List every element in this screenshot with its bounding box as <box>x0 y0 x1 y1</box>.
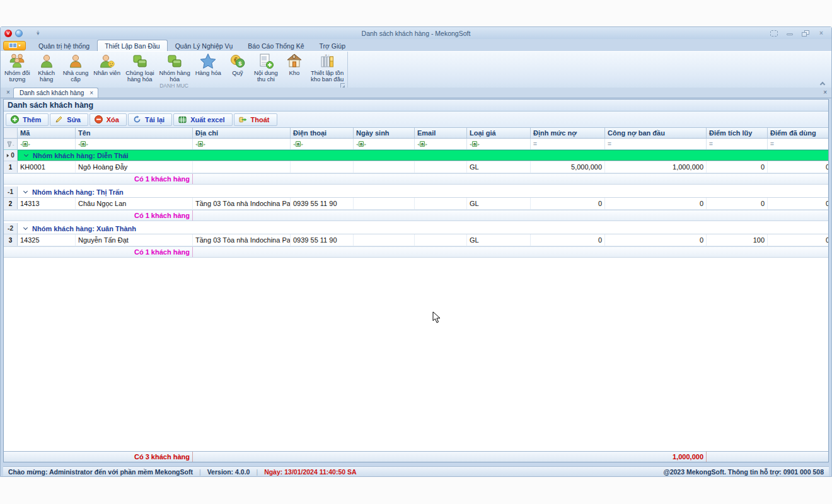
filter-cell-2[interactable]: ◂a▸ <box>193 139 291 149</box>
ribbon-item-8[interactable]: Nội dung thu chi <box>251 52 280 83</box>
filter-cell-10[interactable]: = <box>768 139 828 149</box>
desktop: Danh sách khách hàng - MekongSoft V ▾̄ ×… <box>0 0 832 504</box>
ribbon-item-label: Kho <box>289 70 299 76</box>
data-row-1[interactable]: 1KH0001Ngô Hoàng ĐẫyGL5,000,0001,000,000… <box>4 161 828 173</box>
ribbon-item-7[interactable]: €$ Quỹ <box>224 52 251 76</box>
boxes-icon <box>166 53 183 69</box>
person-green-icon <box>38 53 55 69</box>
ribbon-item-4[interactable]: Chủng loại hàng hóa <box>123 52 156 83</box>
ribbon-item-10[interactable]: + - Thiết lập tồn kho ban đầu <box>308 52 346 83</box>
coins-icon: €$ <box>229 53 246 69</box>
toolbar-button-thêm[interactable]: Thêm <box>6 113 49 126</box>
ribbon-item-label: Nhà cung cấp <box>63 70 89 83</box>
filter-cell-5[interactable]: ◂a▸ <box>415 139 467 149</box>
group-title: Nhóm khách hàng: Thị Trấn <box>32 188 124 196</box>
column-header-9[interactable]: Điểm tích lũy <box>707 128 768 138</box>
filter-cell-8[interactable]: = <box>605 139 707 149</box>
toolbar-button-thoát[interactable]: Thoát <box>234 113 277 126</box>
page-title: Danh sách khách hàng <box>4 100 828 112</box>
ribbon-collapse-icon[interactable] <box>821 83 826 86</box>
ribbon-item-6[interactable]: Hàng hóa <box>193 52 224 76</box>
person-orange-icon <box>67 53 84 69</box>
ribbon-item-label: Nhân viên <box>93 70 120 76</box>
group-expand-icon[interactable] <box>24 152 28 157</box>
cell-điểm-đã-dùng: 0 <box>768 161 828 173</box>
filter-cell-9[interactable]: = <box>707 139 768 149</box>
restore-button[interactable] <box>802 30 809 37</box>
column-header-5[interactable]: Email <box>415 128 467 138</box>
cell-tên: Ngô Hoàng Đẫy <box>76 161 193 173</box>
filter-cell-6[interactable]: ◂a▸ <box>467 139 531 149</box>
column-header-6[interactable]: Loại giá <box>467 128 531 138</box>
status-support: @2023 MekongSoft. Thông tin hỗ trợ: 0901… <box>663 468 824 476</box>
ribbon-item-0[interactable]: Nhóm đối tượng <box>2 52 33 83</box>
filter-cell-1[interactable]: ◂a▸ <box>76 139 193 149</box>
toolbar-button-xóa[interactable]: Xóa <box>90 113 127 126</box>
text-filter-icon: ◂a▸ <box>356 141 366 147</box>
column-header-8[interactable]: Công nợ ban đầu <box>605 128 707 138</box>
filter-cell-4[interactable]: ◂a▸ <box>354 139 415 149</box>
refresh-icon <box>133 115 141 123</box>
data-row-3[interactable]: 314325Nguyễn Tấn ĐạtTầng 03 Tòa nhà Indo… <box>4 234 828 246</box>
ribbon-tab-1[interactable]: Thiết Lập Ban Đầu <box>97 40 168 51</box>
doc-tab-close-icon[interactable]: × <box>90 89 93 96</box>
ribbon-tab-2[interactable]: Quản Lý Nghiệp Vụ <box>168 40 241 51</box>
ribbon-tab-3[interactable]: Báo Cáo Thống Kê <box>240 40 311 51</box>
cell-loại-giá: GL <box>467 234 531 246</box>
toolbar-button-tải-lại[interactable]: Tải lại <box>128 113 172 126</box>
ribbon-item-1[interactable]: Khách hàng <box>33 52 61 83</box>
close-button[interactable]: × <box>818 30 825 37</box>
filter-row-icon: - <box>7 141 14 147</box>
group-row-0[interactable]: 0Nhóm khách hàng: Diễn Thái <box>4 150 828 161</box>
column-header-4[interactable]: Ngày sinh <box>354 128 415 138</box>
cell-email <box>415 198 467 209</box>
svg-text:-: - <box>13 142 14 147</box>
cell-công-nợ-ban-đầu: 0 <box>605 198 707 209</box>
toolbar-button-label: Thoát <box>251 116 270 123</box>
text-filter-icon: ◂a▸ <box>470 141 480 147</box>
column-header-10[interactable]: Điểm đã dùng <box>768 128 828 138</box>
ribbon-item-2[interactable]: Nhà cung cấp <box>61 52 91 83</box>
column-header-1[interactable]: Tên <box>76 128 193 138</box>
column-header-7[interactable]: Định mức nợ <box>531 128 605 138</box>
ribbon-item-3[interactable]: Nhân viên <box>91 52 123 76</box>
tab-danh-sach-khach-hang[interactable]: Danh sách khách hàng × <box>13 88 98 98</box>
group-expand-icon[interactable] <box>23 226 28 230</box>
group-expand-icon[interactable] <box>23 189 28 193</box>
ribbon-item-5[interactable]: Nhóm hàng hóa <box>157 52 193 83</box>
cell-tên: Nguyễn Tấn Đạt <box>76 234 193 246</box>
text-filter-icon: ◂a▸ <box>195 141 205 147</box>
group-row-2[interactable]: -2Nhóm khách hàng: Xuân Thành <box>4 223 828 234</box>
minimize-button[interactable] <box>786 30 794 37</box>
cell-định-mức-nợ: 0 <box>531 234 605 246</box>
dialog-launcher-icon[interactable] <box>340 83 345 88</box>
ribbon-tab-4[interactable]: Trợ Giúp <box>311 40 353 51</box>
ribbon-item-9[interactable]: Kho <box>280 52 308 76</box>
group-row-1[interactable]: -1Nhóm khách hàng: Thị Trấn <box>4 186 828 198</box>
cell-địa-chỉ <box>193 161 291 173</box>
filter-cell-7[interactable]: = <box>531 139 605 149</box>
column-header-0[interactable]: Mã <box>18 128 76 138</box>
fullscreen-button[interactable] <box>770 30 778 37</box>
app-menu-button[interactable] <box>3 41 26 50</box>
filter-cell-0[interactable]: ◂a▸ <box>18 139 76 149</box>
toolbar-button-sửa[interactable]: Sửa <box>50 113 88 126</box>
cell-điện-thoại: 0939 55 11 90 <box>291 234 354 246</box>
toolbar-button-label: Xóa <box>107 116 119 123</box>
cell-điểm-đã-dùng: 0 <box>768 198 828 209</box>
toolbar-button-xuất-excel[interactable]: Xuất excel <box>173 113 232 126</box>
exit-icon <box>239 115 247 123</box>
column-header-2[interactable]: Địa chỉ <box>193 128 291 138</box>
status-welcome: Chào mừng: Administrator đến với phần mề… <box>8 468 193 476</box>
group-footer-1: Có 1 khách hàng <box>4 210 828 221</box>
excel-icon <box>178 115 187 123</box>
ribbon-item-label: Nhóm đối tượng <box>4 70 30 83</box>
app-menu-arrow-icon <box>18 45 21 47</box>
tabstrip-close-right-icon[interactable]: × <box>823 89 827 96</box>
cell-mã: 14325 <box>18 234 76 246</box>
filter-cell-3[interactable]: ◂a▸ <box>291 139 354 149</box>
tabstrip-close-left-icon[interactable]: × <box>3 88 13 97</box>
data-row-2[interactable]: 214313Châu Ngọc LanTầng 03 Tòa nhà Indoc… <box>4 198 828 210</box>
ribbon-tab-0[interactable]: Quản trị hệ thống <box>31 40 97 51</box>
column-header-3[interactable]: Điện thoại <box>291 128 354 138</box>
